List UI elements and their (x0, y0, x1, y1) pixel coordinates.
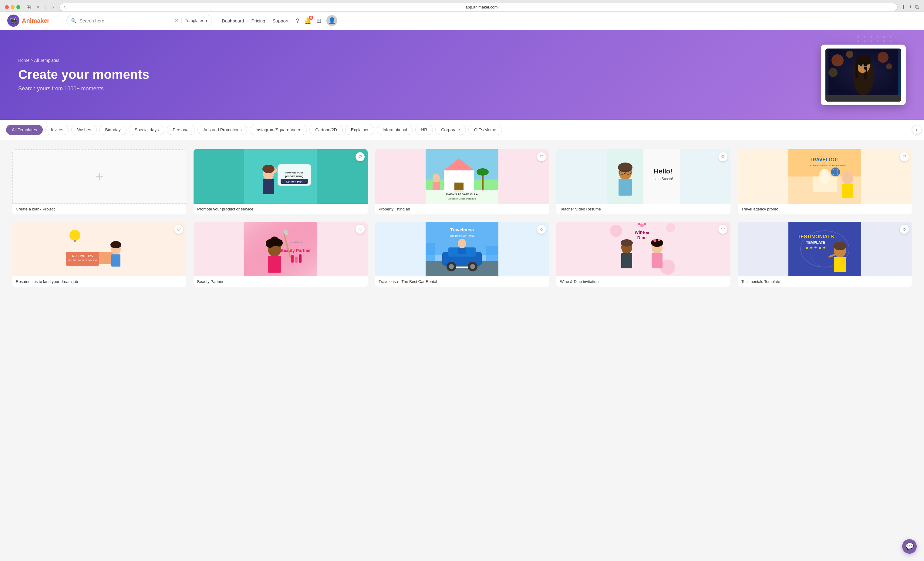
laptop-base (825, 95, 901, 102)
search-input[interactable] (80, 18, 172, 23)
tab-all-templates[interactable]: All Templates (6, 125, 43, 135)
browser-dots (5, 5, 20, 9)
svg-rect-112 (652, 253, 663, 268)
breadcrumb: Home > All Templates (18, 58, 149, 63)
svg-text:TEMPLATE: TEMPLATE (806, 241, 825, 245)
tab-instagram[interactable]: Instagram/Square Video (250, 125, 307, 135)
sidebar-toggle-icon[interactable]: ⊞ (26, 4, 31, 10)
svg-point-70 (69, 230, 80, 241)
svg-rect-56 (822, 169, 828, 178)
svg-rect-58 (842, 184, 853, 198)
svg-text:RESUME TIPS: RESUME TIPS (72, 254, 93, 258)
tab-cartoon[interactable]: Cartoon/2D (309, 125, 343, 135)
hero-subtitle: Search yours from 1000+ moments (18, 85, 149, 92)
share-icon[interactable]: ⬆ (901, 4, 906, 10)
tab-informational[interactable]: Informational (377, 125, 413, 135)
svg-rect-68 (111, 254, 120, 266)
svg-point-57 (842, 171, 853, 185)
dot-red[interactable] (5, 5, 9, 9)
svg-rect-94 (456, 266, 468, 268)
notification-badge: 6 (309, 16, 314, 20)
svg-point-5 (878, 52, 888, 63)
template-label-testimonials: Testimonials Template (738, 276, 912, 287)
clear-search-icon[interactable]: ✕ (174, 17, 179, 24)
favorite-button[interactable]: ♡ (356, 225, 364, 234)
pricing-link[interactable]: Pricing (252, 18, 266, 23)
back-button[interactable]: ‹ (43, 3, 48, 11)
template-label-travelousa: Travelousa - The Best Car Rental (375, 276, 549, 287)
header-icons: ? 🔔 6 ⊞ 👤 (296, 15, 338, 26)
svg-text:Travelousa: Travelousa (450, 227, 474, 232)
svg-text:★ ★ ★ ★ ★: ★ ★ ★ ★ ★ (806, 245, 826, 250)
dot-green[interactable] (16, 5, 20, 9)
tab-explainer[interactable]: Explainer (345, 125, 374, 135)
template-card-property[interactable]: ♡ (375, 149, 549, 214)
template-card-teacher[interactable]: ♡ Hello! I am Susan! (556, 149, 730, 214)
svg-point-116 (621, 239, 633, 247)
tab-gifs-meme[interactable]: GIFs/Meme (468, 125, 502, 135)
tabs-scroll-right[interactable]: › (912, 125, 922, 135)
svg-rect-35 (482, 174, 483, 191)
template-label-travel-agency: Travel agency promo (738, 204, 912, 214)
hero-content: Home > All Templates Create your moments… (18, 58, 149, 91)
dot-yellow[interactable] (10, 5, 15, 9)
favorite-button[interactable]: ♡ (718, 152, 728, 161)
search-icon: 🔍 (71, 18, 77, 24)
template-card-blank[interactable]: + Create a blank Project (12, 149, 186, 214)
logo-text: Animaker (22, 17, 50, 24)
apps-grid-button[interactable]: ⊞ (316, 17, 321, 24)
svg-text:Beauty Partner: Beauty Partner (280, 248, 311, 253)
favorite-button[interactable]: ♡ (900, 225, 909, 234)
forward-button[interactable]: › (50, 3, 56, 11)
template-card-beauty[interactable]: ♡ (194, 222, 368, 287)
template-label-beauty: Beauty Partner (194, 276, 368, 287)
tab-wishes[interactable]: Wishes (71, 125, 97, 135)
template-card-travelousa[interactable]: ♡ (375, 222, 549, 287)
favorite-button[interactable]: ♡ (537, 152, 546, 161)
support-link[interactable]: Support (272, 18, 288, 23)
logo[interactable]: 🎬 Animaker (7, 15, 50, 27)
svg-text:Content Pro!: Content Pro! (286, 180, 303, 183)
filter-label: Templates (185, 18, 204, 23)
favorite-button[interactable]: ♡ (174, 225, 183, 234)
svg-rect-110 (621, 253, 632, 268)
search-filter-dropdown[interactable]: Templates ▾ (182, 18, 207, 23)
tab-ads-promotions[interactable]: Ads and Promotions (198, 125, 247, 135)
template-card-wine-dine[interactable]: ♡ (556, 222, 730, 287)
chevron-down-icon[interactable]: ▾ (37, 5, 39, 9)
hero-image (821, 45, 906, 105)
svg-point-23 (262, 165, 274, 173)
svg-text:Dine: Dine (638, 235, 647, 240)
help-button[interactable]: ? (296, 17, 299, 24)
svg-point-81 (276, 239, 283, 247)
svg-point-3 (831, 54, 844, 66)
dashboard-link[interactable]: Dashboard (222, 18, 244, 23)
tab-birthday[interactable]: Birthday (99, 125, 126, 135)
template-card-testimonials[interactable]: ♡ TESTIMONIALS TEMPLATE (738, 222, 912, 287)
tab-corporate[interactable]: Corporate (435, 125, 466, 135)
notification-button[interactable]: 🔔 6 (304, 17, 312, 24)
tab-invites[interactable]: Invites (45, 125, 69, 135)
favorite-button[interactable]: ♡ (900, 152, 909, 161)
svg-text:product using: product using (285, 175, 303, 178)
svg-text:TO LAND YOUR DREAM JOB: TO LAND YOUR DREAM JOB (68, 259, 97, 262)
template-card-travel-agency[interactable]: ♡ TRAVELGO! (738, 149, 912, 214)
svg-point-119 (640, 223, 644, 227)
favorite-button[interactable]: ♡ (537, 225, 546, 234)
user-avatar[interactable]: 👤 (326, 15, 338, 26)
svg-point-4 (846, 51, 854, 58)
tab-hr[interactable]: HR (415, 125, 433, 135)
svg-point-106 (610, 225, 622, 237)
address-bar[interactable]: 🛡 app.animaker.com (60, 3, 898, 11)
template-card-content-pro[interactable]: ♡ Promote your product usi (194, 149, 368, 214)
svg-point-113 (651, 239, 663, 247)
new-tab-icon[interactable]: + (909, 4, 912, 10)
logo-icon: 🎬 (7, 15, 20, 27)
laptop-screen (825, 48, 901, 95)
favorite-button[interactable]: ♡ (718, 225, 728, 234)
tab-special-days[interactable]: Special days (129, 125, 164, 135)
favorite-button[interactable]: ♡ (356, 152, 364, 161)
template-card-resume[interactable]: ♡ RESUME TIPS TO (12, 222, 186, 287)
tab-personal[interactable]: Personal (167, 125, 195, 135)
tabs-icon[interactable]: ⧉ (915, 4, 919, 10)
